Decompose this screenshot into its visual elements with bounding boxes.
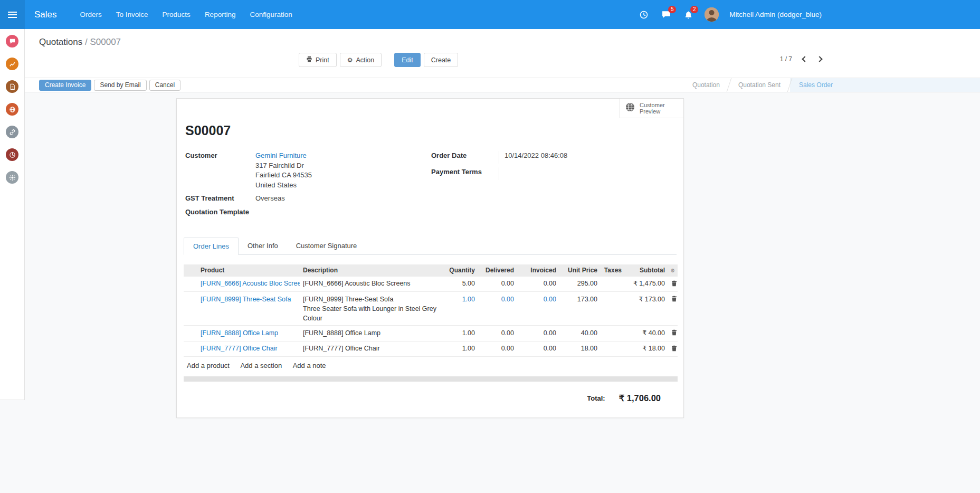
link-icon[interactable]	[6, 126, 18, 138]
field-gst-treatment: GST Treatment Overseas	[185, 194, 431, 204]
table-row: [FURN_6666] Acoustic Bloc Scree... [FURN…	[184, 276, 678, 292]
sales-chart-icon[interactable]	[6, 58, 18, 70]
product-link[interactable]: [FURN_8999] Three-Seat Sofa	[201, 296, 291, 303]
drag-handle-column	[184, 264, 197, 277]
table-row: [FURN_8999] Three-Seat Sofa [FURN_8999] …	[184, 292, 678, 326]
drag-handle[interactable]	[184, 341, 197, 357]
totals: Total: ₹ 1,706.00	[184, 393, 661, 403]
invoice-icon[interactable]	[6, 80, 18, 93]
field-quotation-template: Quotation Template	[185, 207, 431, 218]
website-globe-icon[interactable]	[6, 103, 18, 116]
optional-columns-icon[interactable]: ⚙	[668, 264, 678, 277]
add-a-note-link[interactable]: Add a note	[293, 362, 326, 369]
delete-line-icon[interactable]	[668, 276, 678, 292]
notifications-bell-icon[interactable]: 2	[682, 9, 694, 21]
add-a-section-link[interactable]: Add a section	[240, 362, 282, 369]
print-button[interactable]: Print	[299, 53, 337, 67]
drag-handle[interactable]	[184, 276, 197, 292]
messages-badge: 5	[668, 6, 676, 13]
apps-menu-icon[interactable]	[0, 0, 25, 29]
print-label: Print	[316, 56, 329, 64]
subtotal-cell: ₹ 173.00	[625, 292, 668, 326]
subtotal-cell: ₹ 40.00	[625, 326, 668, 342]
quantity-cell: 1.00	[440, 292, 478, 326]
product-link[interactable]: [FURN_8888] Office Lamp	[201, 329, 278, 337]
control-panel: Quotations / S00007 Print ⚙ Action Edit …	[25, 29, 980, 78]
activities-icon[interactable]	[638, 9, 650, 21]
breadcrumb-quotations[interactable]: Quotations	[39, 37, 82, 47]
col-unit-price[interactable]: Unit Price	[559, 264, 601, 277]
action-label: Action	[356, 56, 374, 64]
product-link[interactable]: [FURN_7777] Office Chair	[201, 345, 278, 352]
pager-previous-icon[interactable]	[802, 56, 807, 62]
table-header-row: Product Description Quantity Delivered I…	[184, 264, 678, 277]
settings-gear-icon[interactable]	[6, 171, 18, 184]
status-quotation-sent[interactable]: Quotation Sent	[729, 78, 789, 92]
tab-customer-signature[interactable]: Customer Signature	[287, 238, 366, 254]
customer-link[interactable]: Gemini Furniture	[255, 151, 307, 159]
customer-value: Gemini Furniture 317 Fairchild Dr Fairfi…	[255, 151, 312, 190]
status-quotation[interactable]: Quotation	[683, 78, 729, 92]
drag-handle[interactable]	[184, 326, 197, 342]
col-quantity[interactable]: Quantity	[440, 264, 478, 277]
table-row: [FURN_8888] Office Lamp [FURN_8888] Offi…	[184, 326, 678, 342]
col-subtotal[interactable]: Subtotal	[625, 264, 668, 277]
menu-products[interactable]: Products	[163, 11, 191, 18]
globe-icon	[625, 102, 635, 115]
col-delivered[interactable]: Delivered	[478, 264, 517, 277]
horizontal-scrollbar[interactable]	[184, 376, 678, 382]
status-sales-order[interactable]: Sales Order	[790, 78, 980, 92]
notebook-tabs: Order Lines Other Info Customer Signatur…	[184, 238, 677, 255]
delivered-cell: 0.00	[478, 276, 517, 292]
content-column: Quotations / S00007 Print ⚙ Action Edit …	[25, 29, 980, 493]
menu-to-invoice[interactable]: To Invoice	[116, 11, 148, 18]
quantity-cell: 1.00	[440, 326, 478, 342]
taxes-cell	[601, 276, 625, 292]
product-link[interactable]: [FURN_6666] Acoustic Bloc Scree...	[201, 280, 300, 287]
customer-address-line: Fairfield CA 94535	[255, 171, 312, 179]
delete-line-icon[interactable]	[668, 292, 678, 326]
menu-reporting[interactable]: Reporting	[205, 11, 236, 18]
col-taxes[interactable]: Taxes	[601, 264, 625, 277]
cancel-button[interactable]: Cancel	[149, 80, 180, 91]
invoiced-cell: 0.00	[517, 276, 559, 292]
field-group-left: Customer Gemini Furniture 317 Fairchild …	[185, 151, 431, 222]
pager-next-icon[interactable]	[816, 56, 822, 62]
payment-terms-label: Payment Terms	[431, 167, 499, 180]
notifications-badge: 2	[690, 6, 698, 13]
app-name[interactable]: Sales	[34, 10, 57, 20]
messages-icon[interactable]: 5	[660, 9, 672, 21]
field-order-date: Order Date 10/14/2022 08:46:08	[431, 151, 675, 164]
col-invoiced[interactable]: Invoiced	[517, 264, 559, 277]
col-description[interactable]: Description	[300, 264, 440, 277]
statusbar: Create Invoice Send by Email Cancel Quot…	[25, 78, 980, 92]
description-cell: [FURN_8888] Office Lamp	[300, 326, 440, 342]
tab-order-lines[interactable]: Order Lines	[184, 238, 239, 255]
send-by-email-button[interactable]: Send by Email	[94, 80, 146, 91]
delete-line-icon[interactable]	[668, 341, 678, 357]
tab-other-info[interactable]: Other Info	[239, 238, 287, 254]
analytics-icon[interactable]	[6, 148, 18, 161]
subtotal-cell: ₹ 18.00	[625, 341, 668, 357]
create-button[interactable]: Create	[424, 53, 459, 67]
delete-line-icon[interactable]	[668, 326, 678, 342]
unit-price-cell: 295.00	[559, 276, 601, 292]
pager: 1 / 7	[780, 55, 822, 63]
customer-preview-button[interactable]: Customer Preview	[620, 99, 683, 118]
form-sheet: Customer Preview S00007 Customer Gemini …	[176, 98, 684, 418]
add-a-product-link[interactable]: Add a product	[187, 362, 230, 369]
col-product[interactable]: Product	[197, 264, 300, 277]
create-invoice-button[interactable]: Create Invoice	[39, 80, 91, 91]
invoiced-cell: 0.00	[517, 326, 559, 342]
description-cell: [FURN_7777] Office Chair	[300, 341, 440, 357]
action-button[interactable]: ⚙ Action	[340, 53, 382, 67]
user-menu[interactable]: Mitchell Admin (dodger_blue)	[729, 11, 822, 18]
avatar[interactable]	[705, 7, 719, 22]
discuss-icon[interactable]	[6, 35, 18, 48]
unit-price-cell: 173.00	[559, 292, 601, 326]
drag-handle[interactable]	[184, 292, 197, 326]
menu-configuration[interactable]: Configuration	[250, 11, 292, 18]
menu-orders[interactable]: Orders	[80, 11, 102, 18]
edit-button[interactable]: Edit	[394, 53, 421, 67]
quotation-template-value	[255, 207, 431, 218]
